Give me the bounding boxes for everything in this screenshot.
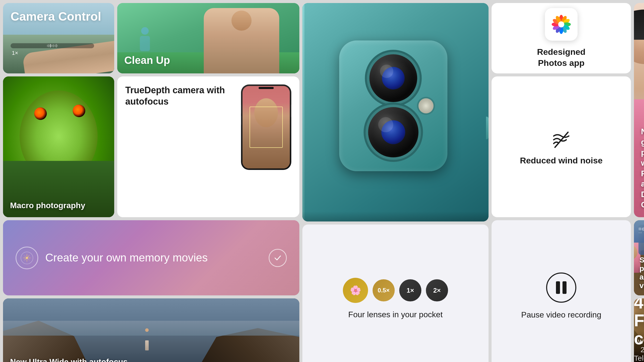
fusion-cell: 48MP Fusion camera with 2× Telephoto <box>634 298 644 362</box>
clean-up-cell: Clean Up <box>117 3 299 73</box>
four-lenses-title: Four lenses in your pocket <box>348 310 442 319</box>
ultra-wide-cell: New Ultra Wide with autofocus <box>3 298 299 362</box>
memory-movies-cell: Create your own memory movies <box>3 220 299 295</box>
lens-buttons-row: 🌸 0.5× 1× 2× <box>343 278 448 303</box>
memory-check[interactable] <box>269 249 287 267</box>
pause-button[interactable] <box>546 273 576 303</box>
lens-05-button[interactable]: 0.5× <box>373 279 395 301</box>
wind-noise-title: Reduced wind noise <box>520 156 603 165</box>
main-camera-cell <box>302 3 489 221</box>
macro-cell: Macro photography <box>3 76 114 217</box>
camera-control-title: Camera Control <box>11 10 109 23</box>
spatial-cell: ⚙ ⊞ ⋯ Spatial photos and videos <box>634 220 644 295</box>
lens-2x-button[interactable]: 2× <box>426 279 448 301</box>
zoom-label: 1× <box>12 50 18 56</box>
camera-control-cell: 1× Camera Control <box>3 3 114 73</box>
photos-app-title: Redesigned Photos app <box>537 46 586 68</box>
fusion-subtitle: with 2× Telephoto <box>634 337 644 362</box>
photos-logo <box>549 12 574 37</box>
truedepth-phone <box>241 84 291 170</box>
next-portraits-title: Next-generation portraits with Focus and… <box>641 126 644 210</box>
photos-app-icon <box>545 8 578 41</box>
wind-noise-cell: Reduced wind noise <box>492 76 631 217</box>
svg-point-14 <box>558 21 564 27</box>
pause-video-title: Pause video recording <box>521 310 601 320</box>
pause-video-cell: Pause video recording <box>492 220 631 362</box>
spatial-title: Spatial photos and videos <box>639 256 644 290</box>
lens-1x-button[interactable]: 1× <box>399 279 421 301</box>
truedepth-cell: TrueDepth camera with autofocus <box>117 76 299 217</box>
next-portraits-cell: Next-generation portraits with Focus and… <box>634 3 644 217</box>
four-lenses-cell: 🌸 0.5× 1× 2× Four lenses in your pocket <box>302 224 489 362</box>
clean-up-title: Clean Up <box>124 54 170 66</box>
lens-macro-button[interactable]: 🌸 <box>343 278 368 303</box>
photos-app-cell: Redesigned Photos app <box>492 3 631 73</box>
macro-title: Macro photography <box>10 201 85 210</box>
wind-noise-icon <box>550 128 573 151</box>
ultra-wide-title: New Ultra Wide with autofocus <box>10 357 128 362</box>
svg-point-17 <box>26 257 28 259</box>
memory-icon <box>16 247 38 269</box>
truedepth-title: TrueDepth camera with autofocus <box>125 84 235 107</box>
memory-input-text: Create your own memory movies <box>45 251 262 264</box>
